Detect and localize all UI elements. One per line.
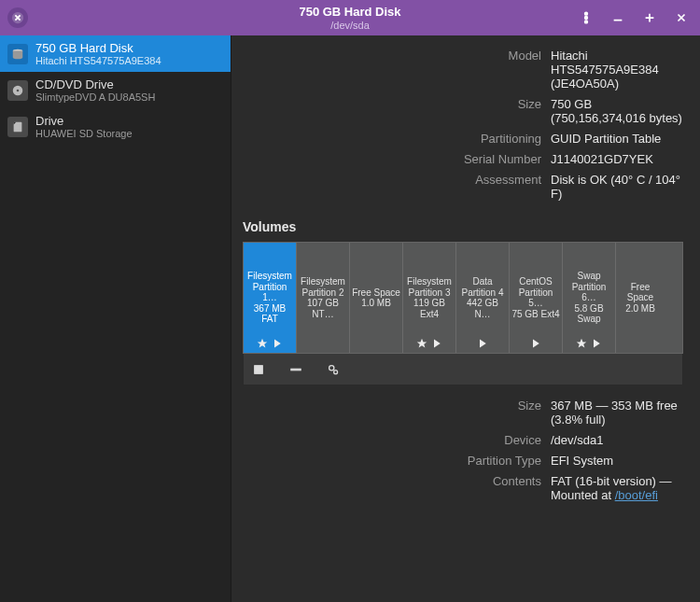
value-model: Hitachi HTS547575A9E384 (JE4OA50A) xyxy=(551,49,683,91)
volume-subtitle: Partition 1… xyxy=(245,282,294,303)
volume-segment[interactable]: FilesystemPartition 2107 GB NT… xyxy=(297,243,350,353)
unmount-button[interactable] xyxy=(251,362,266,377)
volume-segment[interactable]: SwapPartition 6…5.8 GB Swap xyxy=(563,243,616,353)
volume-indicators xyxy=(477,338,488,349)
volume-subtitle: Partition 5… xyxy=(511,287,560,309)
volume-segment[interactable]: CentOSPartition 5…75 GB Ext4 xyxy=(510,243,563,353)
menu-button[interactable] xyxy=(575,7,597,29)
close-window-button[interactable] xyxy=(7,7,28,28)
star-icon xyxy=(416,338,427,349)
volumes-bar: FilesystemPartition 1…367 MB FATFilesyst… xyxy=(243,242,683,354)
main-panel: Model Hitachi HTS547575A9E384 (JE4OA50A)… xyxy=(231,35,700,602)
label-sel-device: Device xyxy=(231,433,541,447)
volumes-heading: Volumes xyxy=(243,219,683,234)
volume-title: Filesystem xyxy=(407,276,452,287)
maximize-button[interactable] xyxy=(638,7,661,29)
minus-icon xyxy=(289,363,302,376)
volume-title: Filesystem xyxy=(301,276,345,287)
volume-segment[interactable]: DataPartition 4442 GB N… xyxy=(456,243,510,353)
svg-point-1 xyxy=(585,12,588,15)
value-assessment: Disk is OK (40° C / 104° F) xyxy=(551,173,683,201)
volume-title: CentOS xyxy=(519,276,553,287)
label-model: Model xyxy=(231,49,541,91)
value-size: 750 GB (750,156,374,016 bytes) xyxy=(551,97,683,125)
svg-point-10 xyxy=(329,365,334,370)
volume-title: Filesystem xyxy=(247,271,292,282)
label-serial: Serial Number xyxy=(231,152,541,166)
mount-point-link[interactable]: /boot/efi xyxy=(615,488,658,502)
volume-title: Free Space xyxy=(618,282,663,303)
volume-segment[interactable]: FilesystemPartition 3119 GB Ext4 xyxy=(403,243,456,353)
play-icon xyxy=(272,338,283,349)
titlebar: 750 GB Hard Disk /dev/sda xyxy=(0,0,700,35)
window-subtitle: /dev/sda xyxy=(330,20,370,31)
minimize-button[interactable] xyxy=(607,7,629,29)
svg-rect-8 xyxy=(255,365,263,373)
label-partitioning: Partitioning xyxy=(231,132,541,146)
label-assessment: Assessment xyxy=(231,173,541,201)
svg-point-3 xyxy=(585,21,588,23)
volume-size: 1.0 MB xyxy=(361,298,391,309)
play-icon xyxy=(530,338,541,349)
play-icon xyxy=(591,338,602,349)
value-sel-contents: FAT (16-bit version) — Mounted at /boot/… xyxy=(551,474,683,502)
play-icon xyxy=(431,338,442,349)
stop-icon xyxy=(252,363,265,376)
volume-size: 75 GB Ext4 xyxy=(511,309,559,320)
volume-indicators xyxy=(257,338,283,349)
volume-segment[interactable]: FilesystemPartition 1…367 MB FAT xyxy=(244,243,297,353)
delete-partition-button[interactable] xyxy=(288,362,303,377)
volume-indicators xyxy=(576,338,602,349)
star-icon xyxy=(576,338,587,349)
value-sel-ptype: EFI System xyxy=(551,454,683,468)
value-serial: J1140021GD7YEK xyxy=(551,152,683,166)
volume-size: 5.8 GB Swap xyxy=(565,303,613,325)
settings-button[interactable] xyxy=(326,362,341,377)
close-icon xyxy=(11,11,24,24)
volume-toolbar xyxy=(243,354,683,385)
volume-size: 2.0 MB xyxy=(625,303,655,315)
svg-point-11 xyxy=(334,370,338,373)
close-button[interactable] xyxy=(670,7,693,29)
volume-subtitle: Partition 3 xyxy=(408,287,450,299)
volume-indicators xyxy=(530,338,541,349)
volume-subtitle: Partition 6… xyxy=(565,282,613,303)
label-size: Size xyxy=(231,97,541,125)
volume-title: Data xyxy=(472,276,492,287)
volume-size: 119 GB Ext4 xyxy=(405,298,454,319)
volume-title: Free Space xyxy=(352,287,400,299)
volume-indicators xyxy=(416,338,442,349)
label-sel-contents: Contents xyxy=(231,474,541,502)
volume-segment[interactable]: Free Space2.0 MB xyxy=(616,243,665,353)
close-icon xyxy=(675,11,688,24)
volume-size: 442 GB N… xyxy=(458,298,507,319)
window-title: 750 GB Hard Disk xyxy=(299,5,400,19)
minimize-icon xyxy=(611,11,624,24)
volume-size: 367 MB FAT xyxy=(245,303,294,325)
play-icon xyxy=(477,338,488,349)
volume-segment[interactable]: Free Space1.0 MB xyxy=(350,243,403,353)
gears-icon xyxy=(327,363,340,376)
volume-subtitle: Partition 2 xyxy=(301,287,343,299)
maximize-icon xyxy=(643,11,656,24)
svg-point-2 xyxy=(585,17,588,20)
value-sel-device: /dev/sda1 xyxy=(551,433,683,447)
volume-size: 107 GB NT… xyxy=(299,298,347,319)
kebab-icon xyxy=(580,11,593,24)
star-icon xyxy=(257,338,268,349)
volume-subtitle: Partition 4 xyxy=(461,287,503,299)
label-sel-ptype: Partition Type xyxy=(231,454,541,468)
value-partitioning: GUID Partition Table xyxy=(551,132,683,146)
svg-rect-9 xyxy=(291,369,301,371)
volume-title: Swap xyxy=(577,271,600,282)
value-sel-size: 367 MB — 353 MB free (3.8% full) xyxy=(551,399,683,427)
label-sel-size: Size xyxy=(231,399,541,427)
